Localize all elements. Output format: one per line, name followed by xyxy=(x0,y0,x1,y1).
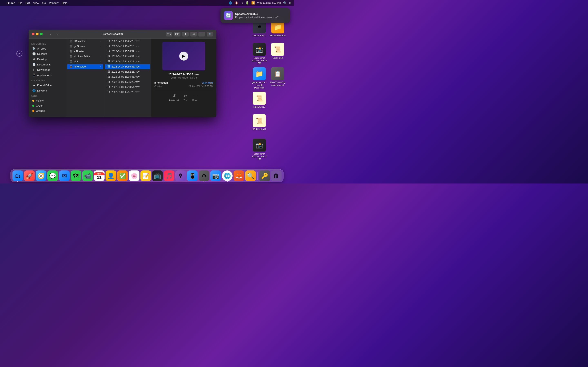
search-button[interactable]: 🔍 xyxy=(207,32,213,36)
show-more-button[interactable]: Show More xyxy=(202,82,213,84)
column-item[interactable]: 🎬 ivi Video Editor › xyxy=(67,54,103,59)
dock-item-mail[interactable]: ✉ xyxy=(59,170,70,181)
dock-item-reminders[interactable]: ✅ xyxy=(117,170,128,181)
close-button-overlay[interactable]: ✕ xyxy=(16,50,22,57)
file-item[interactable]: 🎞 2022-04-11 15/55/59.mov xyxy=(105,49,150,54)
sidebar-item-applications[interactable]: 📱 Applications xyxy=(30,72,65,78)
dock-item-keychain[interactable]: 🔑 xyxy=(259,170,270,181)
video-preview[interactable]: ▶ xyxy=(162,42,205,70)
column-item[interactable]: 🎬 e Theater › xyxy=(67,49,103,54)
sidebar-item-network[interactable]: 🌐 Network xyxy=(30,88,65,93)
file-item[interactable]: 🎞 2022-05-09 17/51/28.mov xyxy=(105,90,150,95)
bluetooth-icon[interactable]: ⬡ xyxy=(241,1,243,4)
dock-item-notes[interactable]: 📝 xyxy=(140,170,151,181)
desktop-icon-certi1[interactable]: 📜 Certi1.p12 xyxy=(269,43,286,59)
more-actions-button[interactable]: ⋯ More... xyxy=(192,93,199,101)
sidebar-item-recents[interactable]: 🕐 Recents xyxy=(30,51,65,57)
desktop-icon-certsigning[interactable]: 📋 MacOS.certSigningRequest xyxy=(269,67,286,86)
desktop-icon-relocated[interactable]: 📁 Relocated Items xyxy=(269,20,286,37)
fullscreen-button[interactable] xyxy=(40,33,43,35)
go-menu[interactable]: Go xyxy=(42,1,46,4)
icloud-icon: ☁ xyxy=(32,83,35,87)
file-item[interactable]: 🎞 2022-04-11 13/25/25.mov xyxy=(105,39,150,44)
forward-button[interactable]: › xyxy=(54,32,60,36)
dock-item-launchpad[interactable]: 🚀 xyxy=(24,170,35,181)
desktop-icon-macos-p12[interactable]: 📜 MacOS.p12 xyxy=(251,92,268,108)
dock-item-appletv[interactable]: 📺 xyxy=(152,170,163,181)
column-item[interactable]: 🎬 rd It › xyxy=(67,59,103,64)
file-item[interactable]: 🎞 2022-05-09 16/04/41.mov xyxy=(105,75,150,79)
sidebar-item-downloads[interactable]: ⬇ Downloads xyxy=(30,67,65,72)
column-item[interactable]: 🎬 nRecorder › xyxy=(67,39,103,44)
dock-item-podcasts[interactable]: 🎙 xyxy=(175,170,186,181)
file-item[interactable]: 🎞 2022-04-25 11/48/11.mov xyxy=(105,59,150,64)
view-menu[interactable]: View xyxy=(33,1,39,4)
dock-item-finder[interactable]: 🗂 xyxy=(12,170,23,181)
dock-item-proxyman[interactable]: 🔍 xyxy=(245,170,256,181)
file-icon: 🎬 xyxy=(69,50,72,53)
tags-button[interactable]: 🏷 xyxy=(190,32,197,36)
notif-body: Do you want to install the updates now? xyxy=(235,16,287,19)
sidebar-item-documents[interactable]: 📄 Documents xyxy=(30,62,65,67)
dock-item-messages[interactable]: 💬 xyxy=(47,170,58,181)
desktop-icon-gamesee[interactable]: 📁 gamesee doc - Google Docs_files xyxy=(251,67,268,89)
sidebar-item-tag-yellow[interactable]: Yellow xyxy=(30,98,65,103)
dock-item-chrome[interactable]: 🌐 xyxy=(222,170,233,181)
rotate-left-button[interactable]: ↺ Rotate Left xyxy=(168,93,180,101)
desktop-icon-macos-faq[interactable]: 🖥 macos Faq 1 xyxy=(251,20,268,37)
wifi-icon[interactable]: 📶 xyxy=(251,1,255,4)
dock-item-photos[interactable]: 🌸 xyxy=(129,170,139,181)
file-menu[interactable]: File xyxy=(18,1,22,4)
edit-menu[interactable]: Edit xyxy=(26,1,30,4)
notification-banner[interactable]: 🔄 Updates Available Do you want to insta… xyxy=(221,8,290,23)
dock-item-maps[interactable]: 🗺 xyxy=(71,170,81,181)
desktop-icon-screenshot2[interactable]: 📸 Screenshot 2022-0....00.17 PM xyxy=(251,139,268,161)
file-item-selected[interactable]: 🎞 2022-04-27 14/55/35.mov xyxy=(105,64,150,69)
dock-item-appstore[interactable]: 📱 xyxy=(187,170,198,181)
dock-item-safari[interactable]: 🧭 xyxy=(36,170,46,181)
close-button[interactable] xyxy=(32,33,35,35)
sidebar-item-label: Applications xyxy=(37,74,52,77)
file-item[interactable]: 🎞 2022-05-09 17/18/54.mov xyxy=(105,85,150,90)
more-options-button[interactable]: ⋯ xyxy=(199,32,205,36)
file-item[interactable]: 🎞 2022-04-11 13/47/15.mov xyxy=(105,44,150,49)
play-button[interactable]: ▶ xyxy=(179,52,188,60)
sidebar-item-tag-orange[interactable]: Orange xyxy=(30,108,65,113)
preview-info-header: Information Show More xyxy=(154,81,213,84)
dock-item-facetime[interactable]: 📹 xyxy=(82,170,93,181)
minimize-button[interactable] xyxy=(36,33,39,35)
column-item-selected[interactable]: 🎬 nnRecorder › xyxy=(67,64,103,69)
app-name[interactable]: Finder xyxy=(7,1,15,4)
sidebar-item-airdrop[interactable]: 📡 AirDrop xyxy=(30,46,65,51)
dock-item-music[interactable]: 🎵 xyxy=(164,170,174,181)
share-button[interactable]: ⬆ xyxy=(182,32,189,36)
search-icon[interactable]: 🔍 xyxy=(283,1,287,4)
file-item[interactable]: 🎞 2022-04-25 11/46/49.mov xyxy=(105,54,150,59)
mute-icon[interactable]: 🔇 xyxy=(234,1,238,4)
globe-icon[interactable]: 🌐 xyxy=(229,1,232,4)
file-item[interactable]: 🎞 2022-05-09 15/52/26.mov xyxy=(105,69,150,74)
control-center-icon[interactable]: ⊞ xyxy=(289,1,292,4)
trim-button[interactable]: ✂ Trim xyxy=(183,93,188,101)
dock-item-systemprefs[interactable]: ⚙ xyxy=(199,170,209,181)
battery-icon[interactable]: 🔋 xyxy=(245,1,249,4)
dock-item-trash[interactable]: 🗑 xyxy=(271,170,282,181)
sidebar-item-desktop[interactable]: 🖥 Desktop xyxy=(30,57,65,62)
dock-item-zoom[interactable]: 📷 xyxy=(210,170,221,181)
desktop-icon-scr-certi[interactable]: 📜 SCRCerti.p12 xyxy=(251,114,268,131)
help-menu[interactable]: Help xyxy=(62,1,67,4)
view-options-button[interactable]: ⊞ ▾ xyxy=(166,32,172,36)
file-item[interactable]: 🎞 2022-05-09 17/15/29.mov xyxy=(105,80,150,84)
dock-item-calendar[interactable]: MAY 11 xyxy=(94,170,104,181)
window-menu[interactable]: Window xyxy=(49,1,58,4)
desktop-icon-screenshot1[interactable]: 📸 Screenshot 2022-0....00.33 PM xyxy=(251,43,268,65)
sidebar-item-tag-green[interactable]: Green xyxy=(30,103,65,108)
preview-actions: ↺ Rotate Left ✂ Trim ⋯ More... xyxy=(154,91,213,101)
dock-item-gitlab[interactable]: 🦊 xyxy=(233,170,244,181)
sidebar-item-icloud[interactable]: ☁ iCloud Drive xyxy=(30,83,65,88)
column-item[interactable]: 🎬 ge Screen › xyxy=(67,44,103,49)
chevron-right-icon: › xyxy=(100,40,101,42)
back-button[interactable]: ‹ xyxy=(48,32,53,36)
dock-item-contacts[interactable]: 👤 xyxy=(105,170,116,181)
view-grid-button[interactable]: ⊟⊟ xyxy=(174,32,181,36)
